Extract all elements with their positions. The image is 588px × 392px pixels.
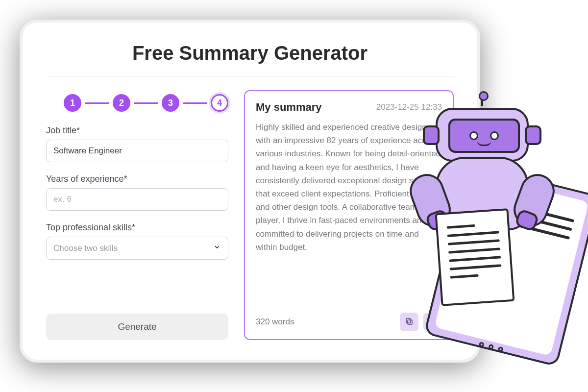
copy-icon	[405, 317, 414, 327]
summary-column: My summary 2023-12-25 12:33 Highly skill…	[244, 90, 454, 340]
svg-rect-1	[406, 318, 411, 323]
skills-placeholder: Choose two skills	[53, 244, 118, 253]
step-indicator: 1 2 3 4	[64, 94, 228, 112]
download-button[interactable]	[423, 313, 442, 331]
copy-button[interactable]	[400, 313, 418, 331]
skills-label: Top professional skills*	[46, 222, 228, 233]
experience-input[interactable]	[46, 188, 228, 211]
experience-label: Years of experience*	[46, 174, 228, 184]
step-connector	[85, 102, 109, 104]
experience-field: Years of experience*	[46, 174, 228, 211]
step-2[interactable]: 2	[113, 94, 130, 112]
skills-select[interactable]: Choose two skills	[46, 237, 228, 260]
job-title-field: Job title*	[46, 125, 228, 162]
summary-panel: My summary 2023-12-25 12:33 Highly skill…	[244, 90, 454, 340]
page-title: Free Summary Generator	[46, 42, 454, 64]
step-3[interactable]: 3	[162, 94, 179, 112]
summary-timestamp: 2023-12-25 12:33	[376, 102, 442, 112]
skills-field: Top professional skills* Choose two skil…	[46, 222, 228, 260]
summary-text: Highly skilled and experienced creative …	[256, 121, 442, 308]
step-1[interactable]: 1	[64, 94, 81, 112]
generate-button[interactable]: Generate	[46, 314, 228, 340]
divider	[46, 76, 454, 76]
step-connector	[183, 102, 207, 104]
step-4[interactable]: 4	[211, 94, 228, 112]
summary-header: My summary 2023-12-25 12:33	[256, 101, 442, 114]
step-connector	[134, 102, 158, 104]
svg-rect-0	[408, 320, 412, 324]
word-count: 320 words	[256, 317, 294, 327]
summary-actions	[400, 313, 442, 331]
columns: 1 2 3 4 Job title* Years of experience* …	[46, 90, 454, 340]
summary-title: My summary	[256, 101, 322, 114]
job-title-input[interactable]	[46, 140, 228, 162]
form-column: 1 2 3 4 Job title* Years of experience* …	[46, 90, 228, 340]
summary-footer: 320 words	[256, 313, 442, 331]
chevron-down-icon	[213, 243, 221, 253]
generator-card: Free Summary Generator 1 2 3 4 Job title…	[20, 20, 480, 363]
job-title-label: Job title*	[46, 125, 228, 136]
download-icon	[428, 317, 437, 327]
